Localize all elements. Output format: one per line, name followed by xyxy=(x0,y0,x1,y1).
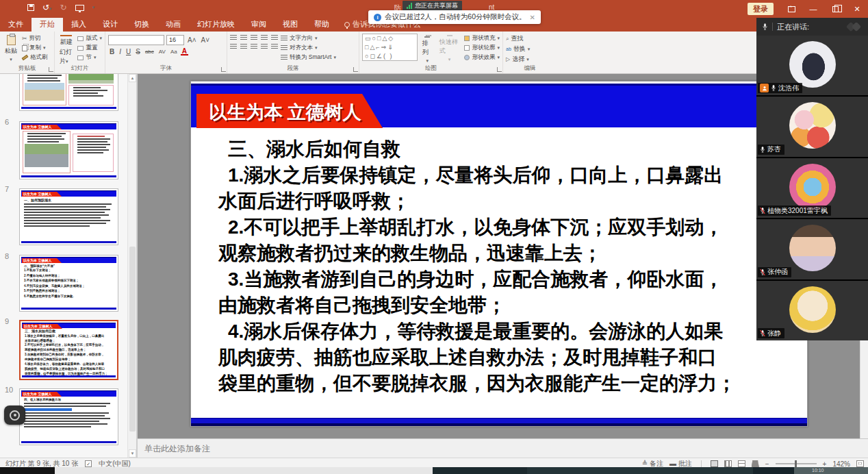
thumbnail-scrollbar[interactable]: ▲ ▼ xyxy=(127,74,136,458)
shape-effects-button[interactable]: 形状效果▾ xyxy=(464,53,500,62)
italic-button[interactable]: I xyxy=(118,48,123,55)
fit-to-window-icon[interactable] xyxy=(856,460,864,467)
decrease-indent-icon[interactable] xyxy=(251,35,257,41)
align-center-icon[interactable] xyxy=(240,44,247,50)
underline-button[interactable]: U xyxy=(125,48,132,55)
quick-styles-button[interactable]: 快速样式▾ xyxy=(437,34,462,64)
font-color-button[interactable]: A xyxy=(181,48,188,55)
ribbon-display-options-icon[interactable] xyxy=(780,0,802,18)
scroll-up-icon[interactable]: ▲ xyxy=(129,74,136,82)
taskbar-segment xyxy=(527,467,753,474)
drawing-dialog-launcher[interactable] xyxy=(497,67,502,72)
zoom-slider[interactable] xyxy=(776,463,817,464)
slide-thumbnail-10[interactable]: 以生为本 立德树人 四、有人溺水后的施救方法 xyxy=(19,388,118,445)
align-left-icon[interactable] xyxy=(230,44,237,50)
columns-icon[interactable] xyxy=(271,44,278,50)
font-dialog-launcher[interactable] xyxy=(221,67,226,72)
tab-view[interactable]: 视图 xyxy=(275,17,306,32)
replace-button[interactable]: ab替换▾ xyxy=(506,45,530,53)
slideshow-view-icon[interactable] xyxy=(752,460,759,467)
slide-thumbnail-6[interactable]: 以生为本 立德树人 xyxy=(19,121,118,179)
tab-design[interactable]: 设计 xyxy=(94,17,126,32)
shape-outline-button[interactable]: 形状轮廓▾ xyxy=(464,44,500,52)
notification-close-icon[interactable]: ✕ xyxy=(530,14,535,21)
shape-fill-button[interactable]: 形状填充▾ xyxy=(464,34,500,42)
panel-splitter[interactable] xyxy=(136,74,138,458)
clear-formatting-button[interactable]: abc xyxy=(144,49,155,55)
zoom-in-icon[interactable]: + xyxy=(823,460,827,468)
shapes-gallery[interactable]: ▭○□△◇ □△⌐⇒⇓ ○◻∠( ) xyxy=(362,34,418,61)
grow-font-button[interactable]: A˄ xyxy=(186,36,198,44)
notes-pane[interactable]: 单击此处添加备注 xyxy=(138,438,868,458)
tab-file[interactable]: 文件 xyxy=(0,17,31,32)
tab-help[interactable]: 帮助 xyxy=(306,17,337,32)
format-painter-button[interactable]: 格式刷 xyxy=(22,53,48,62)
save-icon[interactable] xyxy=(27,4,34,11)
minimize-icon[interactable]: — xyxy=(802,0,824,18)
participant-tile[interactable]: 苏杏 xyxy=(756,97,868,156)
new-slide-button[interactable]: 新建 幻灯片▾ xyxy=(58,34,75,64)
tab-home[interactable]: 开始 xyxy=(31,17,63,32)
arrange-button[interactable]: 排列▾ xyxy=(420,34,435,64)
zoom-out-icon[interactable]: − xyxy=(765,460,769,468)
meeting-float-widget[interactable] xyxy=(4,406,25,425)
tab-slideshow[interactable]: 幻灯片放映 xyxy=(189,17,243,32)
numbering-icon[interactable] xyxy=(240,35,247,41)
shrink-font-button[interactable]: A˅ xyxy=(200,36,212,44)
change-case-button[interactable]: Aa xyxy=(169,49,179,55)
scroll-down-icon[interactable]: ▼ xyxy=(129,449,136,458)
character-spacing-button[interactable]: AV xyxy=(157,49,167,55)
close-icon[interactable]: ✕ xyxy=(846,0,868,18)
tab-animations[interactable]: 动画 xyxy=(157,17,189,32)
reading-view-icon[interactable] xyxy=(738,460,745,467)
bold-button[interactable]: B xyxy=(108,48,116,55)
slide-canvas[interactable]: 以生为本 立德树人 三、溺水后如何自救 1.溺水之后要保持镇定，尽量将头后仰，口… xyxy=(190,81,808,427)
bullets-icon[interactable] xyxy=(230,35,237,41)
slide-thumbnail-8[interactable]: 以生为本 立德树人 二、预防溺水“六不准” 1.不私自下水游泳； 2.不擅自与他… xyxy=(19,255,118,312)
windows-taskbar[interactable]: 10:10 xyxy=(0,467,868,474)
tab-review[interactable]: 审阅 xyxy=(243,17,275,32)
text-direction-button[interactable]: 文字方向▾ xyxy=(281,34,336,42)
font-name-combobox[interactable] xyxy=(108,35,164,45)
align-right-icon[interactable] xyxy=(251,44,257,50)
tab-insert[interactable]: 插入 xyxy=(63,17,94,32)
participant-tile[interactable]: 张静 xyxy=(756,281,868,340)
increase-indent-icon[interactable] xyxy=(261,35,268,41)
participant-tile[interactable]: 张仲函 xyxy=(756,219,868,279)
slide-sorter-icon[interactable] xyxy=(724,460,732,467)
cut-button[interactable]: ✂剪切 xyxy=(22,34,48,42)
paste-button[interactable]: 粘贴▾ xyxy=(3,34,19,64)
find-button[interactable]: ⌕查找 xyxy=(506,34,530,43)
normal-view-icon[interactable] xyxy=(711,460,718,467)
undo-icon[interactable]: ↺▾ xyxy=(42,3,52,12)
copy-button[interactable]: 复制▾ xyxy=(22,44,48,52)
justify-icon[interactable] xyxy=(261,44,268,50)
slide-thumbnail-5[interactable] xyxy=(19,71,118,111)
slide-thumbnail-9-selected[interactable]: 以生为本 立德树人 三、溺水后如何自救 1.溺水之后要保持镇定，尽量将头后仰，口… xyxy=(19,320,118,380)
restore-icon[interactable] xyxy=(824,0,846,18)
login-button[interactable]: 登录 xyxy=(748,3,774,15)
clipboard-dialog-launcher[interactable] xyxy=(49,67,53,72)
reset-button[interactable]: 重置 xyxy=(77,44,102,52)
spellcheck-icon[interactable]: ✓ xyxy=(85,460,92,467)
strikethrough-button[interactable]: S xyxy=(134,48,142,55)
scrollbar-thumb[interactable] xyxy=(129,247,136,432)
layout-button[interactable]: 版式▾ xyxy=(77,34,102,42)
font-size-combobox[interactable]: 16 xyxy=(166,35,184,45)
redo-icon[interactable]: ↻ xyxy=(60,3,67,12)
section-button[interactable]: 节▾ xyxy=(77,53,102,62)
customize-qat-icon[interactable]: ▾ xyxy=(92,5,95,10)
slide-body-textbox[interactable]: 三、溺水后如何自救 1.溺水之后要保持镇定，尽量将头后仰，口向上，口鼻露出 水面… xyxy=(218,136,807,397)
tab-transitions[interactable]: 切换 xyxy=(126,17,157,32)
slide-thumbnail-7[interactable]: 以生为本 立德树人 一、如何预防溺水 xyxy=(19,188,118,245)
start-slideshow-icon[interactable] xyxy=(75,5,84,11)
align-text-button[interactable]: 对齐文本▾ xyxy=(281,44,336,52)
participant-tile[interactable]: 沈浩伟 xyxy=(756,36,868,95)
participant-tile[interactable]: 植物类32001雷宇枫 xyxy=(756,158,868,218)
select-button[interactable]: ▷选择▾ xyxy=(506,55,530,64)
zoom-slider-thumb[interactable] xyxy=(795,460,797,467)
convert-smartart-button[interactable]: 转换为 SmartArt▾ xyxy=(281,53,336,62)
zoom-level[interactable]: 142% xyxy=(832,460,850,468)
paragraph-dialog-launcher[interactable] xyxy=(353,67,358,72)
line-spacing-icon[interactable] xyxy=(271,35,278,41)
